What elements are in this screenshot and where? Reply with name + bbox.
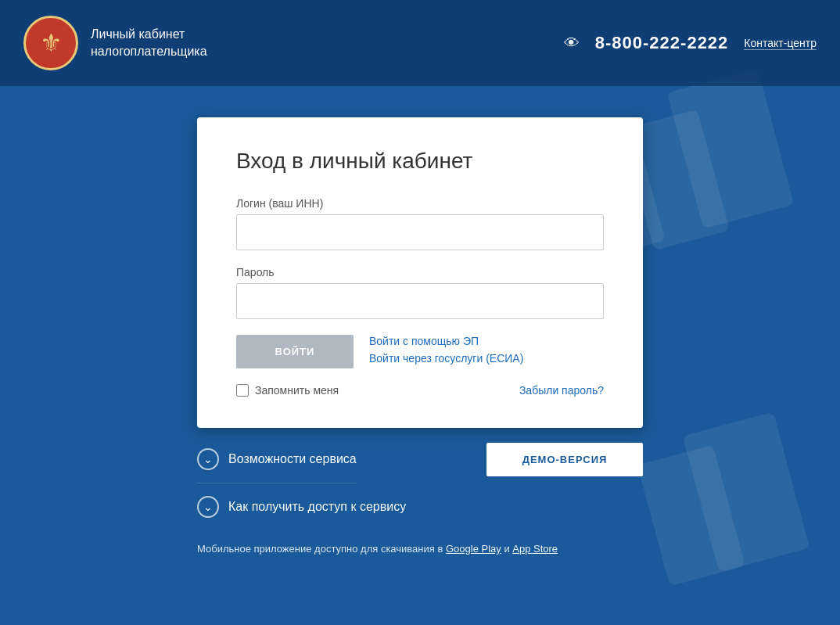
service-capabilities-item[interactable]: ⌄ Возможности сервиса bbox=[197, 436, 357, 483]
main-content: Вход в личный кабинет Логин (ваш ИНН) Па… bbox=[0, 86, 840, 570]
password-label: Пароль bbox=[236, 266, 604, 278]
remember-me-group: Запомнить меня bbox=[236, 384, 339, 397]
phone-number: 8-800-222-2222 bbox=[595, 33, 729, 53]
alt-login-links: Войти с помощью ЭП Войти через госуслуги… bbox=[369, 335, 523, 365]
password-field-group: Пароль bbox=[236, 266, 604, 319]
and-text: и bbox=[504, 543, 512, 555]
ep-login-link[interactable]: Войти с помощью ЭП bbox=[369, 335, 523, 347]
login-title: Вход в личный кабинет bbox=[236, 149, 604, 174]
login-input[interactable] bbox=[236, 214, 604, 250]
header-left: ⚜ Личный кабинет налогоплательщика bbox=[23, 16, 207, 70]
header-right: 👁 8-800-222-2222 Контакт-центр bbox=[564, 33, 817, 53]
login-card: Вход в личный кабинет Логин (ваш ИНН) Па… bbox=[197, 117, 643, 428]
logo-emblem: ⚜ bbox=[40, 31, 63, 56]
header: ⚜ Личный кабинет налогоплательщика 👁 8-8… bbox=[0, 0, 840, 86]
accessibility-icon[interactable]: 👁 bbox=[564, 34, 580, 52]
site-title: Личный кабинет налогоплательщика bbox=[91, 26, 207, 61]
demo-button[interactable]: ДЕМО-ВЕРСИЯ bbox=[486, 443, 643, 476]
site-title-line2: налогоплательщика bbox=[91, 43, 207, 60]
mobile-app-text: Мобильное приложение доступно для скачив… bbox=[197, 543, 643, 555]
remember-label[interactable]: Запомнить меня bbox=[255, 384, 339, 397]
site-title-line1: Личный кабинет bbox=[91, 26, 207, 43]
service-capabilities-label: Возможности сервиса bbox=[228, 452, 357, 466]
bottom-row: ⌄ Возможности сервиса ДЕМО-ВЕРСИЯ bbox=[197, 436, 643, 483]
login-button[interactable]: ВОЙТИ bbox=[236, 335, 354, 368]
remember-checkbox[interactable] bbox=[236, 384, 249, 397]
mobile-text-static: Мобильное приложение доступно для скачив… bbox=[197, 543, 443, 555]
access-info-item[interactable]: ⌄ Как получить доступ к сервису bbox=[197, 483, 643, 530]
remember-row: Запомнить меня Забыли пароль? bbox=[236, 384, 604, 397]
forgot-password-link[interactable]: Забыли пароль? bbox=[519, 384, 604, 397]
chevron-down-icon: ⌄ bbox=[197, 448, 219, 470]
gosuslugi-login-link[interactable]: Войти через госуслуги (ЕСИА) bbox=[369, 352, 523, 365]
bottom-section: ⌄ Возможности сервиса ДЕМО-ВЕРСИЯ ⌄ Как … bbox=[197, 436, 643, 555]
app-store-link[interactable]: App Store bbox=[512, 543, 558, 555]
password-input[interactable] bbox=[236, 283, 604, 319]
login-field-group: Логин (ваш ИНН) bbox=[236, 197, 604, 250]
access-label: Как получить доступ к сервису bbox=[228, 500, 406, 514]
form-actions: ВОЙТИ Войти с помощью ЭП Войти через гос… bbox=[236, 335, 604, 368]
login-label: Логин (ваш ИНН) bbox=[236, 197, 604, 210]
contact-center-link[interactable]: Контакт-центр bbox=[744, 37, 817, 50]
chevron-down-icon-2: ⌄ bbox=[197, 496, 219, 518]
logo: ⚜ bbox=[23, 16, 78, 70]
google-play-link[interactable]: Google Play bbox=[446, 543, 501, 555]
